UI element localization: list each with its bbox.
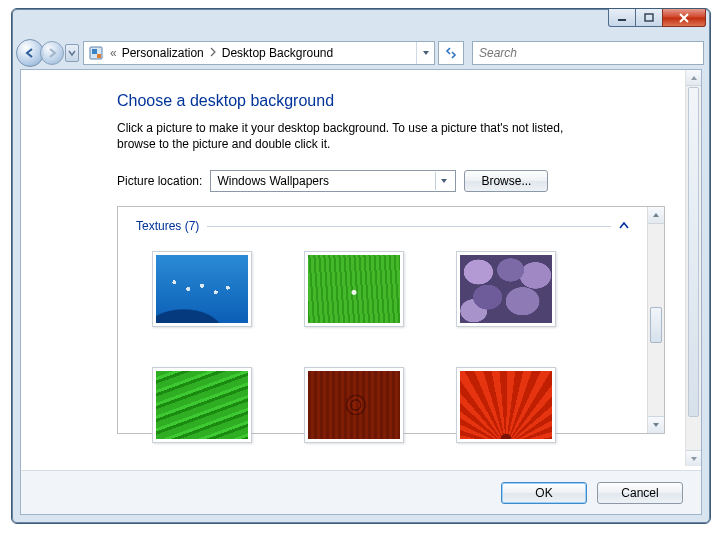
breadcrumb-personalization[interactable]: Personalization [119,46,207,60]
address-bar[interactable]: « Personalization Desktop Background [83,41,435,65]
picture-location-label: Picture location: [117,174,202,188]
recent-locations-button[interactable] [65,44,79,62]
page-description: Click a picture to make it your desktop … [117,120,597,152]
scroll-down-button[interactable] [648,416,664,433]
wallpaper-thumb[interactable] [304,367,404,443]
search-input[interactable] [473,46,703,60]
browse-button[interactable]: Browse... [464,170,548,192]
refresh-button[interactable] [438,41,464,65]
scroll-up-button[interactable] [686,70,701,86]
picture-location-row: Picture location: Windows Wallpapers Bro… [117,170,685,192]
close-button[interactable] [662,9,706,27]
page-heading: Choose a desktop background [117,92,685,110]
maximize-button[interactable] [635,9,663,27]
svg-rect-3 [92,49,97,54]
titlebar [12,9,710,37]
wallpaper-thumb[interactable] [152,367,252,443]
wallpaper-gallery: Textures (7) [117,206,665,434]
wallpaper-thumb[interactable] [456,251,556,327]
forward-button[interactable] [40,41,64,65]
breadcrumb-prefix: « [108,46,119,60]
window-frame: « Personalization Desktop Background Cho… [11,8,711,524]
footer: OK Cancel [21,470,701,514]
location-icon [86,43,106,63]
gallery-group-header[interactable]: Textures (7) [136,219,629,233]
scroll-up-button[interactable] [648,207,664,224]
address-dropdown-button[interactable] [416,42,434,64]
wallpaper-thumb[interactable] [456,367,556,443]
svg-rect-0 [618,19,626,21]
search-box[interactable] [472,41,704,65]
breadcrumb-desktop-background[interactable]: Desktop Background [219,46,336,60]
chevron-down-icon [435,172,451,190]
wallpaper-thumb[interactable] [152,251,252,327]
picture-location-select[interactable]: Windows Wallpapers [210,170,456,192]
page-scrollbar[interactable] [685,70,701,466]
wallpaper-thumb[interactable] [304,251,404,327]
scroll-down-button[interactable] [686,450,701,466]
ok-button[interactable]: OK [501,482,587,504]
gallery-group-label: Textures (7) [136,219,199,233]
content: Choose a desktop background Click a pict… [21,70,685,466]
picture-location-value: Windows Wallpapers [217,174,329,188]
nav-row: « Personalization Desktop Background [12,37,710,69]
collapse-icon[interactable] [619,221,629,232]
thumbnail-grid [152,251,629,443]
divider [207,226,611,227]
svg-rect-4 [97,54,101,58]
svg-rect-1 [645,14,653,21]
cancel-button[interactable]: Cancel [597,482,683,504]
minimize-button[interactable] [608,9,636,27]
scroll-thumb[interactable] [650,307,662,343]
client-area: Choose a desktop background Click a pict… [20,69,702,515]
gallery-scrollbar[interactable] [647,207,664,433]
scroll-thumb[interactable] [688,87,699,417]
nav-buttons [16,39,79,67]
chevron-right-icon [207,46,219,60]
